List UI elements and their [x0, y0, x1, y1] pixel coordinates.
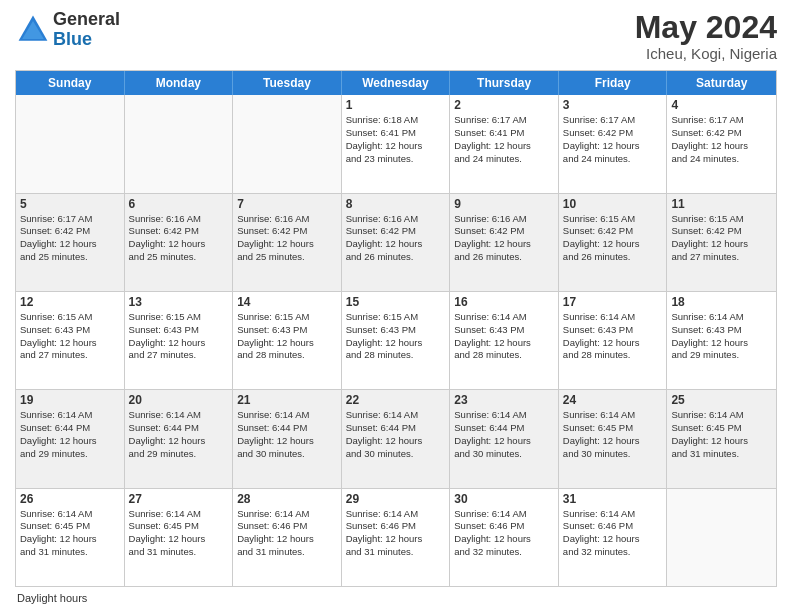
cell-line: and 27 minutes.	[671, 251, 772, 264]
day-number: 30	[454, 492, 554, 506]
day-number: 18	[671, 295, 772, 309]
calendar-cell	[233, 95, 342, 192]
cell-line: Sunrise: 6:16 AM	[346, 213, 446, 226]
calendar-cell: 6Sunrise: 6:16 AMSunset: 6:42 PMDaylight…	[125, 194, 234, 291]
cell-line: Sunrise: 6:18 AM	[346, 114, 446, 127]
cell-line: Sunrise: 6:14 AM	[20, 508, 120, 521]
day-number: 23	[454, 393, 554, 407]
day-number: 12	[20, 295, 120, 309]
calendar-cell: 4Sunrise: 6:17 AMSunset: 6:42 PMDaylight…	[667, 95, 776, 192]
calendar-cell: 13Sunrise: 6:15 AMSunset: 6:43 PMDayligh…	[125, 292, 234, 389]
cell-line: Sunrise: 6:14 AM	[237, 409, 337, 422]
cell-line: Sunrise: 6:14 AM	[563, 311, 663, 324]
calendar-cell: 28Sunrise: 6:14 AMSunset: 6:46 PMDayligh…	[233, 489, 342, 586]
cell-line: Sunrise: 6:16 AM	[237, 213, 337, 226]
day-number: 4	[671, 98, 772, 112]
calendar-title: May 2024	[635, 10, 777, 45]
calendar-cell: 10Sunrise: 6:15 AMSunset: 6:42 PMDayligh…	[559, 194, 668, 291]
cell-line: Sunrise: 6:16 AM	[129, 213, 229, 226]
cell-line: Daylight: 12 hours	[346, 238, 446, 251]
day-number: 16	[454, 295, 554, 309]
calendar-cell: 31Sunrise: 6:14 AMSunset: 6:46 PMDayligh…	[559, 489, 668, 586]
title-block: May 2024 Icheu, Kogi, Nigeria	[635, 10, 777, 62]
cell-line: Sunset: 6:44 PM	[20, 422, 120, 435]
cell-line: Daylight: 12 hours	[20, 238, 120, 251]
calendar-cell: 1Sunrise: 6:18 AMSunset: 6:41 PMDaylight…	[342, 95, 451, 192]
footer-daylight-label: Daylight hours	[17, 592, 87, 604]
logo-icon	[15, 12, 51, 48]
cell-line: Daylight: 12 hours	[237, 337, 337, 350]
day-number: 22	[346, 393, 446, 407]
calendar-cell: 3Sunrise: 6:17 AMSunset: 6:42 PMDaylight…	[559, 95, 668, 192]
calendar-cell: 18Sunrise: 6:14 AMSunset: 6:43 PMDayligh…	[667, 292, 776, 389]
cell-line: Sunset: 6:44 PM	[129, 422, 229, 435]
day-number: 15	[346, 295, 446, 309]
logo-blue-text: Blue	[53, 30, 120, 50]
cell-line: Daylight: 12 hours	[563, 337, 663, 350]
header-day-saturday: Saturday	[667, 71, 776, 95]
cell-line: Sunrise: 6:15 AM	[671, 213, 772, 226]
header-day-tuesday: Tuesday	[233, 71, 342, 95]
footer-note: Daylight hours	[15, 592, 777, 604]
cell-line: Daylight: 12 hours	[454, 238, 554, 251]
day-number: 6	[129, 197, 229, 211]
cell-line: Daylight: 12 hours	[20, 533, 120, 546]
calendar-cell: 8Sunrise: 6:16 AMSunset: 6:42 PMDaylight…	[342, 194, 451, 291]
cell-line: Daylight: 12 hours	[129, 238, 229, 251]
day-number: 11	[671, 197, 772, 211]
calendar-cell: 11Sunrise: 6:15 AMSunset: 6:42 PMDayligh…	[667, 194, 776, 291]
calendar-week-5: 26Sunrise: 6:14 AMSunset: 6:45 PMDayligh…	[16, 489, 776, 586]
cell-line: and 23 minutes.	[346, 153, 446, 166]
calendar-cell: 15Sunrise: 6:15 AMSunset: 6:43 PMDayligh…	[342, 292, 451, 389]
cell-line: Sunset: 6:44 PM	[346, 422, 446, 435]
cell-line: Daylight: 12 hours	[454, 435, 554, 448]
day-number: 13	[129, 295, 229, 309]
cell-line: Sunrise: 6:15 AM	[129, 311, 229, 324]
calendar-week-3: 12Sunrise: 6:15 AMSunset: 6:43 PMDayligh…	[16, 292, 776, 390]
cell-line: Sunset: 6:46 PM	[346, 520, 446, 533]
calendar-cell: 5Sunrise: 6:17 AMSunset: 6:42 PMDaylight…	[16, 194, 125, 291]
cell-line: Sunset: 6:44 PM	[237, 422, 337, 435]
cell-line: and 27 minutes.	[129, 349, 229, 362]
calendar-week-4: 19Sunrise: 6:14 AMSunset: 6:44 PMDayligh…	[16, 390, 776, 488]
calendar-cell: 19Sunrise: 6:14 AMSunset: 6:44 PMDayligh…	[16, 390, 125, 487]
cell-line: and 26 minutes.	[454, 251, 554, 264]
cell-line: and 28 minutes.	[346, 349, 446, 362]
cell-line: Daylight: 12 hours	[129, 337, 229, 350]
day-number: 26	[20, 492, 120, 506]
page: General Blue May 2024 Icheu, Kogi, Niger…	[0, 0, 792, 612]
cell-line: Daylight: 12 hours	[563, 435, 663, 448]
calendar-week-1: 1Sunrise: 6:18 AMSunset: 6:41 PMDaylight…	[16, 95, 776, 193]
cell-line: and 24 minutes.	[671, 153, 772, 166]
header-day-wednesday: Wednesday	[342, 71, 451, 95]
cell-line: Sunrise: 6:15 AM	[563, 213, 663, 226]
cell-line: Sunrise: 6:16 AM	[454, 213, 554, 226]
cell-line: and 30 minutes.	[346, 448, 446, 461]
cell-line: Sunrise: 6:14 AM	[671, 409, 772, 422]
day-number: 27	[129, 492, 229, 506]
day-number: 31	[563, 492, 663, 506]
calendar-cell	[125, 95, 234, 192]
cell-line: Sunrise: 6:17 AM	[454, 114, 554, 127]
calendar-cell: 21Sunrise: 6:14 AMSunset: 6:44 PMDayligh…	[233, 390, 342, 487]
cell-line: Daylight: 12 hours	[563, 238, 663, 251]
calendar-header: SundayMondayTuesdayWednesdayThursdayFrid…	[16, 71, 776, 95]
cell-line: and 29 minutes.	[129, 448, 229, 461]
cell-line: and 29 minutes.	[20, 448, 120, 461]
cell-line: and 30 minutes.	[237, 448, 337, 461]
logo-general-text: General	[53, 10, 120, 30]
cell-line: and 28 minutes.	[237, 349, 337, 362]
day-number: 7	[237, 197, 337, 211]
calendar-cell: 7Sunrise: 6:16 AMSunset: 6:42 PMDaylight…	[233, 194, 342, 291]
day-number: 28	[237, 492, 337, 506]
calendar-cell: 29Sunrise: 6:14 AMSunset: 6:46 PMDayligh…	[342, 489, 451, 586]
day-number: 20	[129, 393, 229, 407]
cell-line: Sunset: 6:43 PM	[454, 324, 554, 337]
cell-line: Sunset: 6:41 PM	[454, 127, 554, 140]
calendar-cell	[16, 95, 125, 192]
cell-line: Sunset: 6:43 PM	[129, 324, 229, 337]
day-number: 3	[563, 98, 663, 112]
cell-line: Daylight: 12 hours	[454, 533, 554, 546]
day-number: 10	[563, 197, 663, 211]
cell-line: Sunset: 6:46 PM	[454, 520, 554, 533]
